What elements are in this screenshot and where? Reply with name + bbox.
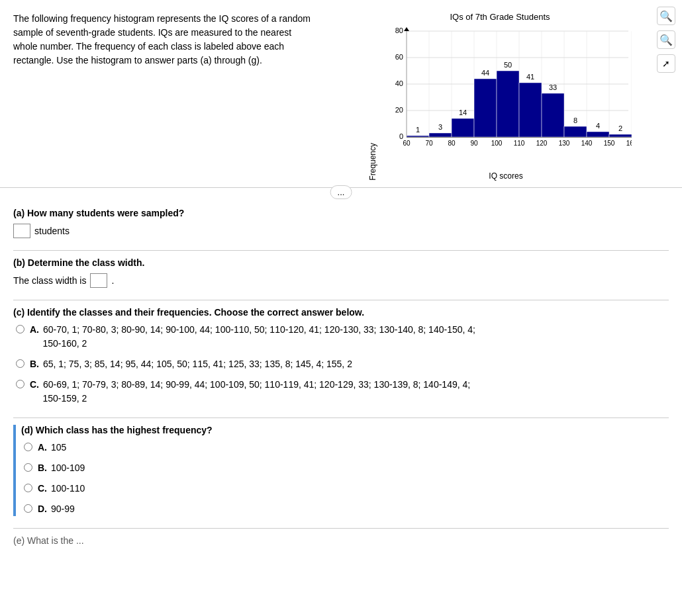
svg-text:80: 80 [395, 26, 403, 34]
svg-text:160: 160 [626, 140, 632, 147]
svg-rect-26 [429, 133, 452, 137]
svg-text:110: 110 [514, 140, 525, 147]
svg-rect-42 [609, 134, 632, 137]
divider-bc [13, 300, 669, 300]
svg-marker-18 [404, 27, 409, 31]
svg-text:100: 100 [491, 140, 503, 147]
top-section: The following frequency histogram repres… [0, 0, 682, 188]
svg-text:70: 70 [425, 140, 433, 147]
svg-text:41: 41 [526, 73, 534, 81]
chart-inner: 0 20 40 60 80 1 3 [380, 24, 632, 181]
svg-text:44: 44 [481, 69, 489, 77]
chart-area: Frequency [368, 24, 632, 181]
part-d-radio-a[interactable] [24, 443, 32, 451]
svg-text:8: 8 [573, 116, 577, 124]
part-a-input[interactable] [13, 224, 30, 238]
part-a-question: (a) How many students were sampled? [13, 208, 669, 218]
svg-text:80: 80 [448, 140, 456, 147]
problem-text: The following frequency histogram repres… [13, 12, 318, 181]
svg-text:60: 60 [403, 140, 411, 147]
divider-cd [13, 418, 669, 418]
histogram-svg: 0 20 40 60 80 1 3 [380, 24, 632, 170]
svg-rect-32 [497, 71, 519, 137]
chart-container: IQs of 7th Grade Students Frequency [318, 12, 669, 181]
part-d-radio-c[interactable] [24, 484, 32, 492]
part-d-option-c: C. 100-110 [24, 482, 669, 496]
svg-text:2: 2 [618, 124, 622, 132]
part-c-option-c: C. 60-69, 1; 70-79, 3; 80-89, 14; 90-99,… [16, 378, 669, 406]
svg-rect-40 [587, 132, 609, 137]
part-c-block: (c) Identify the classes and their frequ… [13, 307, 669, 406]
divider-ab [13, 250, 669, 251]
part-b-question: (b) Determine the class width. [13, 257, 669, 268]
part-b-input[interactable] [90, 273, 107, 288]
part-d-options: A. 105 B. 100-109 C. 100-110 [24, 441, 669, 516]
part-d-option-b: B. 100-109 [24, 461, 669, 475]
svg-rect-30 [474, 79, 497, 137]
part-d-option-b-text: B. 100-109 [38, 461, 85, 475]
part-c-radio-c[interactable] [16, 380, 24, 388]
part-d-option-a: A. 105 [24, 441, 669, 455]
svg-rect-34 [519, 83, 542, 137]
svg-text:130: 130 [559, 140, 570, 147]
svg-text:50: 50 [504, 61, 512, 69]
svg-text:20: 20 [395, 106, 403, 114]
part-c-radio-a[interactable] [16, 325, 24, 333]
chart-title: IQs of 7th Grade Students [450, 12, 550, 22]
part-b-answer-row: The class width is . [13, 273, 669, 288]
part-c-radio-b[interactable] [16, 359, 24, 368]
svg-text:40: 40 [395, 79, 403, 87]
part-c-option-b-text: B. 65, 1; 75, 3; 85, 14; 95, 44; 105, 50… [30, 357, 352, 371]
part-a-suffix: students [34, 226, 70, 236]
divider-de [13, 528, 669, 529]
part-c-options: A. 60-70, 1; 70-80, 3; 80-90, 14; 90-100… [16, 323, 669, 406]
more-button[interactable]: ... [330, 185, 352, 199]
svg-text:3: 3 [438, 123, 442, 131]
svg-text:1: 1 [416, 126, 420, 134]
x-axis-label: IQ scores [380, 171, 632, 181]
part-b-prefix: The class width is [13, 275, 86, 286]
svg-text:14: 14 [459, 109, 467, 116]
zoom-in-button[interactable]: 🔍 [657, 7, 675, 25]
part-d-radio-d[interactable] [24, 504, 32, 513]
svg-text:150: 150 [604, 140, 615, 147]
part-c-option-a-text: A. 60-70, 1; 70-80, 3; 80-90, 14; 90-100… [30, 323, 475, 351]
y-axis-label: Frequency [368, 143, 377, 181]
part-b-block: (b) Determine the class width. The class… [13, 257, 669, 288]
part-d-option-c-text: C. 100-110 [38, 482, 85, 496]
svg-text:120: 120 [536, 140, 548, 147]
part-b-suffix: . [111, 275, 114, 286]
part-c-question: (c) Identify the classes and their frequ… [13, 307, 669, 318]
part-d-option-d: D. 90-99 [24, 502, 669, 516]
svg-text:90: 90 [470, 140, 478, 147]
next-question-hint: (e) What is the ... [13, 535, 669, 546]
part-a-block: (a) How many students were sampled? stud… [13, 208, 669, 238]
part-d-option-a-text: A. 105 [38, 441, 66, 455]
svg-text:60: 60 [395, 53, 403, 61]
svg-rect-28 [452, 118, 474, 137]
toolbar-icons: 🔍 🔍 ➚ [657, 7, 675, 73]
svg-text:4: 4 [596, 122, 600, 130]
svg-text:33: 33 [549, 83, 557, 91]
svg-rect-36 [542, 93, 564, 137]
part-d-block: (d) Which class has the highest frequenc… [13, 425, 669, 516]
part-c-option-c-text: C. 60-69, 1; 70-79, 3; 80-89, 14; 90-99,… [30, 378, 470, 406]
svg-rect-38 [564, 126, 587, 137]
part-c-option-a: A. 60-70, 1; 70-80, 3; 80-90, 14; 90-100… [16, 323, 669, 351]
part-a-answer-row: students [13, 224, 669, 238]
intro-text: The following frequency histogram repres… [13, 13, 311, 66]
expand-button[interactable]: ➚ [657, 54, 675, 73]
zoom-out-button[interactable]: 🔍 [657, 30, 675, 49]
svg-text:140: 140 [581, 140, 593, 147]
main-content: (a) How many students were sampled? stud… [0, 188, 682, 559]
part-d-option-d-text: D. 90-99 [38, 502, 75, 516]
part-d-radio-b[interactable] [24, 463, 32, 472]
part-c-option-b: B. 65, 1; 75, 3; 85, 14; 95, 44; 105, 50… [16, 357, 669, 371]
part-d-question: (d) Which class has the highest frequenc… [21, 425, 669, 435]
svg-rect-24 [407, 136, 429, 137]
